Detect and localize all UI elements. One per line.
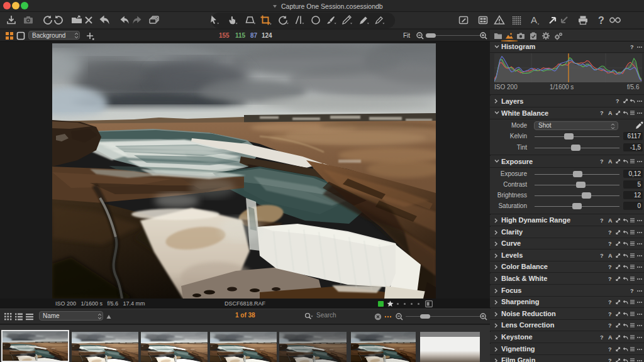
svg-text:A: A <box>531 14 537 25</box>
svg-text:?: ? <box>598 15 604 26</box>
